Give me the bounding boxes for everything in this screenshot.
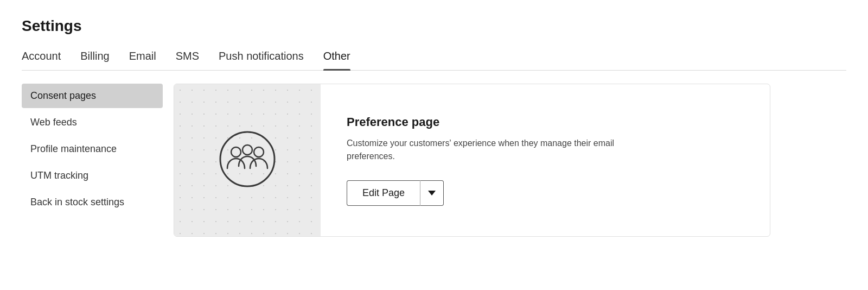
tab-other[interactable]: Other — [323, 50, 350, 70]
svg-point-0 — [220, 132, 275, 186]
tab-sms[interactable]: SMS — [176, 50, 199, 70]
content-area: Consent pages Web feeds Profile maintena… — [22, 71, 846, 237]
card-title: Preference page — [347, 115, 618, 129]
tab-billing[interactable]: Billing — [80, 50, 109, 70]
tab-push-notifications[interactable]: Push notifications — [219, 50, 304, 70]
sidebar-item-profile-maintenance[interactable]: Profile maintenance — [22, 137, 163, 161]
page-container: Settings Account Billing Email SMS Push … — [0, 0, 868, 237]
main-content: Preference page Customize your customers… — [163, 84, 846, 237]
edit-page-dropdown-button[interactable] — [420, 180, 444, 206]
tab-navigation: Account Billing Email SMS Push notificat… — [22, 50, 846, 71]
card-image — [174, 84, 321, 236]
sidebar: Consent pages Web feeds Profile maintena… — [22, 84, 163, 237]
preference-page-card: Preference page Customize your customers… — [174, 84, 770, 237]
tab-account[interactable]: Account — [22, 50, 61, 70]
tab-email[interactable]: Email — [129, 50, 156, 70]
sidebar-item-consent-pages[interactable]: Consent pages — [22, 84, 163, 108]
sidebar-item-back-in-stock[interactable]: Back in stock settings — [22, 190, 163, 215]
sidebar-item-utm-tracking[interactable]: UTM tracking — [22, 163, 163, 188]
card-body: Preference page Customize your customers… — [321, 84, 644, 236]
svg-point-3 — [242, 145, 252, 155]
chevron-down-icon — [428, 191, 436, 196]
people-icon — [218, 129, 277, 191]
edit-page-button[interactable]: Edit Page — [347, 180, 420, 206]
svg-point-1 — [231, 147, 241, 157]
page-title: Settings — [22, 17, 846, 35]
edit-page-button-group: Edit Page — [347, 180, 444, 206]
card-description: Customize your customers' experience whe… — [347, 137, 618, 163]
svg-point-2 — [254, 147, 264, 157]
sidebar-item-web-feeds[interactable]: Web feeds — [22, 110, 163, 135]
